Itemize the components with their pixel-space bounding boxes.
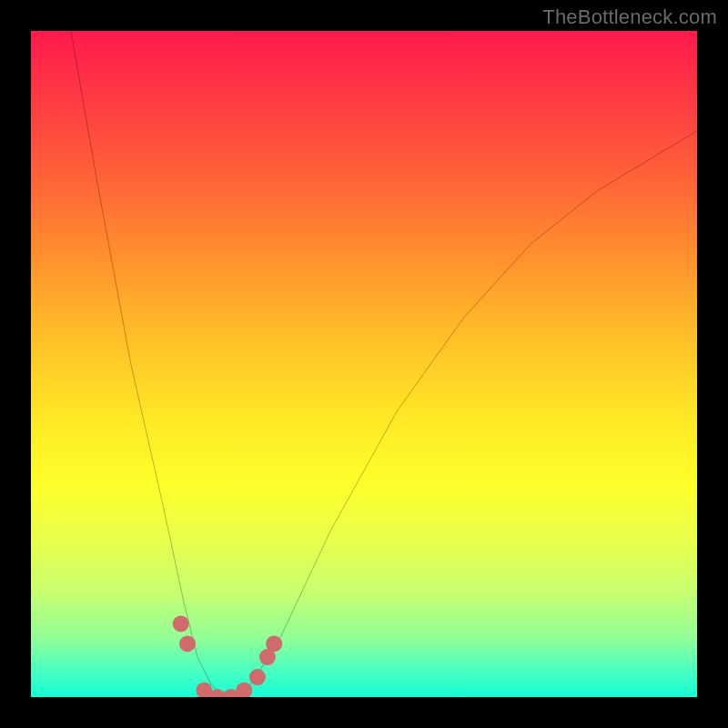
chart-svg [31, 31, 697, 697]
highlight-dot [249, 669, 266, 685]
highlight-dot [236, 682, 252, 697]
highlight-markers [173, 615, 282, 697]
chart-container: TheBottleneck.com [0, 0, 728, 728]
highlight-dot [179, 635, 196, 652]
plot-area [31, 31, 697, 697]
watermark-text: TheBottleneck.com [542, 5, 717, 29]
curve-group [71, 31, 697, 697]
highlight-dot [266, 635, 282, 652]
bottleneck-curve [71, 31, 697, 697]
highlight-dot [173, 615, 189, 632]
